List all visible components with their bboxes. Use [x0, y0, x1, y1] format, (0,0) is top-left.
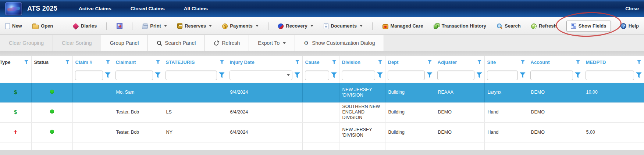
claim-filter-input[interactable] — [75, 71, 103, 80]
adjuster-filter-funnel-icon[interactable] — [477, 72, 482, 78]
open-button[interactable]: Open — [32, 22, 54, 30]
column-header-injury-date[interactable]: Injury Date — [227, 56, 302, 68]
cell-claim[interactable] — [72, 83, 113, 102]
cell-statejuris[interactable]: LS — [163, 102, 227, 122]
help-button[interactable]: Help — [620, 22, 640, 30]
filter-funnel-icon[interactable] — [295, 60, 300, 64]
claim-filter-funnel-icon[interactable] — [105, 72, 111, 78]
filter-funnel-icon[interactable] — [576, 60, 580, 64]
cell-dept[interactable]: Building — [385, 102, 435, 122]
cell-status[interactable] — [31, 102, 72, 122]
print-button[interactable]: Print — [141, 22, 168, 30]
cell-claim[interactable] — [72, 122, 113, 143]
filter-funnel-icon[interactable] — [428, 60, 432, 64]
claimant-filter-funnel-icon[interactable] — [155, 72, 161, 78]
cell-adjuster[interactable]: REAAA — [435, 83, 484, 102]
division-filter-funnel-icon[interactable] — [377, 72, 383, 78]
column-header-adjuster[interactable]: Adjuster — [435, 56, 484, 68]
show-customization-dialog-button[interactable]: Show Customization Dialog — [295, 35, 384, 51]
cell-type[interactable]: $ — [0, 102, 31, 122]
cause-filter-funnel-icon[interactable] — [331, 72, 337, 78]
cell-statejuris[interactable] — [163, 83, 227, 102]
statejuris-filter-funnel-icon[interactable] — [219, 72, 225, 78]
cell-status[interactable] — [31, 122, 72, 143]
cell-claimant[interactable]: Tester, Bob — [113, 122, 163, 143]
column-header-site[interactable]: Site — [484, 56, 528, 68]
cell-type[interactable]: + — [0, 122, 31, 143]
cell-adjuster[interactable]: DEMO — [435, 122, 484, 143]
documents-button[interactable]: Documents — [323, 22, 363, 30]
cell-medptd[interactable]: 10.00 — [583, 83, 644, 102]
filter-funnel-icon[interactable] — [24, 60, 29, 64]
transaction-history-button[interactable]: Transaction History — [433, 22, 487, 30]
refresh-button[interactable]: Refresh — [530, 22, 557, 30]
column-header-dept[interactable]: Dept — [385, 56, 435, 68]
cause-filter-input[interactable] — [305, 71, 329, 80]
division-filter-input[interactable] — [342, 71, 375, 80]
filter-funnel-icon[interactable] — [378, 60, 383, 64]
filter-funnel-icon[interactable] — [65, 60, 70, 64]
filter-funnel-icon[interactable] — [220, 60, 224, 64]
cell-statejuris[interactable]: NY — [163, 122, 227, 143]
cell-claim[interactable] — [72, 102, 113, 122]
filter-funnel-icon[interactable] — [332, 60, 337, 64]
cell-division[interactable]: NEW JERSEY 'DIVISION — [339, 122, 385, 143]
dropdown-caret-icon[interactable] — [164, 25, 167, 27]
recovery-button[interactable]: Recovery — [277, 22, 314, 30]
injury-date-filter-input[interactable] — [230, 71, 285, 80]
claim-row[interactable]: + Tester, Bob NY 6/4/2024 NEW JERSEY 'DI… — [0, 122, 644, 143]
cell-site[interactable]: Hand — [484, 102, 528, 122]
account-filter-funnel-icon[interactable] — [575, 72, 581, 78]
cell-claimant[interactable]: Tester, Bob — [113, 102, 163, 122]
new-button[interactable]: New — [4, 22, 23, 30]
claim-row-selected[interactable]: $ Mo, Sam 9/4/2024 NEW JERSEY 'DIVISION … — [0, 83, 644, 102]
column-header-account[interactable]: Account — [528, 56, 583, 68]
cell-dept[interactable]: Building — [385, 83, 435, 102]
managed-care-button[interactable]: Managed Care — [382, 22, 424, 30]
column-header-claim[interactable]: Claim # — [72, 56, 113, 68]
filter-funnel-icon[interactable] — [521, 60, 525, 64]
claimant-filter-input[interactable] — [115, 71, 153, 80]
injury-date-filter-funnel-icon[interactable] — [295, 72, 300, 78]
cell-injury-date[interactable]: 9/4/2024 — [227, 83, 302, 102]
nav-all-claims[interactable]: All Claims — [184, 6, 208, 11]
grid-refresh-button[interactable]: Refresh — [205, 35, 249, 51]
dept-filter-funnel-icon[interactable] — [427, 72, 433, 78]
dropdown-caret-icon[interactable] — [209, 25, 212, 27]
cell-type[interactable]: $ — [0, 83, 31, 102]
nav-active-claims[interactable]: Active Claims — [79, 6, 111, 11]
cell-medptd[interactable] — [583, 102, 644, 122]
medptd-filter-funnel-icon[interactable] — [636, 72, 642, 78]
diaries-button[interactable]: Diaries — [72, 22, 97, 30]
cell-cause[interactable] — [302, 102, 339, 122]
dept-filter-input[interactable] — [388, 71, 425, 80]
cell-account[interactable]: DEMO — [528, 83, 583, 102]
column-header-medptd[interactable]: MEDPTD — [583, 56, 644, 68]
site-filter-input[interactable] — [487, 71, 518, 80]
dropdown-caret-icon[interactable] — [256, 25, 259, 27]
cell-adjuster[interactable]: DEMO — [435, 102, 484, 122]
column-header-claimant[interactable]: Claimant — [113, 56, 163, 68]
cell-dept[interactable]: Building — [385, 122, 435, 143]
site-filter-funnel-icon[interactable] — [520, 72, 526, 78]
cell-injury-date[interactable]: 6/4/2024 — [227, 102, 302, 122]
column-header-status[interactable]: Status — [31, 56, 72, 68]
statejuris-filter-input[interactable] — [166, 71, 217, 80]
filter-funnel-icon[interactable] — [477, 60, 482, 64]
close-button[interactable]: Close — [625, 6, 639, 11]
search-button[interactable]: Search — [496, 22, 521, 30]
date-dropdown-caret-icon[interactable] — [285, 71, 292, 80]
cell-site[interactable]: Larynx — [484, 83, 528, 102]
cell-cause[interactable] — [302, 83, 339, 102]
cell-division[interactable]: SOUTHERN NEW ENGLAND DIVISION — [339, 102, 385, 122]
cell-cause[interactable] — [302, 122, 339, 143]
filter-funnel-icon[interactable] — [156, 60, 160, 64]
column-header-division[interactable]: Division — [339, 56, 385, 68]
cell-injury-date[interactable]: 6/4/2024 — [227, 122, 302, 143]
dropdown-caret-icon[interactable] — [283, 42, 286, 44]
reserves-button[interactable]: Reserves — [177, 22, 213, 30]
dropdown-caret-icon[interactable] — [360, 25, 363, 27]
cell-site[interactable]: Hand — [484, 122, 528, 143]
cell-account[interactable]: DEMO — [528, 102, 583, 122]
cell-claimant[interactable]: Mo, Sam — [113, 83, 163, 102]
